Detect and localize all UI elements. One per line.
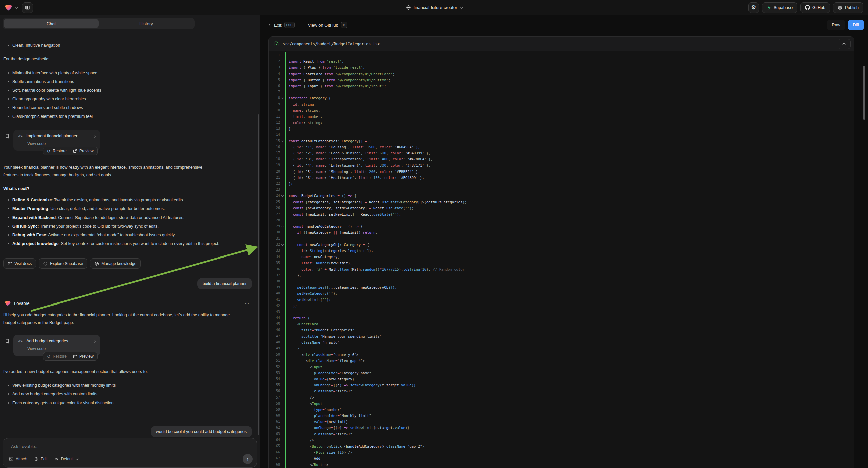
fold-toggle[interactable] bbox=[280, 223, 285, 229]
code-line: 12 color: string; bbox=[269, 119, 854, 125]
fold-toggle bbox=[280, 248, 285, 254]
list-item: Clean typography with clear hierarchies bbox=[3, 95, 255, 104]
fold-toggle bbox=[280, 382, 285, 388]
visit-docs-button[interactable]: Visit docs bbox=[3, 258, 36, 269]
fold-toggle[interactable] bbox=[280, 242, 285, 248]
line-number: 27 bbox=[269, 211, 280, 217]
restore-preview-pill: ↺ Restore Preview bbox=[43, 147, 98, 155]
chat-input[interactable] bbox=[11, 444, 212, 449]
version-card-title: Implement financial planner bbox=[26, 134, 78, 138]
code-scrollbar[interactable] bbox=[863, 66, 865, 119]
line-number: 14 bbox=[269, 131, 280, 138]
raw-toggle-button[interactable]: Raw bbox=[827, 20, 845, 30]
fold-toggle[interactable] bbox=[280, 193, 285, 199]
globe-icon bbox=[406, 5, 411, 10]
more-options-icon[interactable]: ⋯ bbox=[245, 301, 250, 306]
fold-toggle bbox=[280, 413, 285, 419]
project-switcher[interactable]: financial-future-creator bbox=[406, 5, 462, 10]
tab-chat[interactable]: Chat bbox=[4, 19, 99, 28]
chevron-down-icon bbox=[281, 243, 283, 246]
fold-toggle bbox=[280, 449, 285, 455]
code-line: 43 bbox=[269, 309, 854, 315]
code-line: 42 }; bbox=[269, 303, 854, 309]
fold-toggle bbox=[280, 462, 285, 468]
file-header[interactable]: src/components/budget/BudgetCategories.t… bbox=[269, 37, 854, 51]
code-line: 11 limit: number; bbox=[269, 114, 854, 119]
code-line: 31 bbox=[269, 236, 854, 242]
chat-scrollbar[interactable] bbox=[258, 115, 259, 435]
fold-toggle[interactable] bbox=[280, 138, 285, 144]
manage-knowledge-button[interactable]: Manage knowledge bbox=[90, 258, 141, 269]
code-lines[interactable]: 12import React from 'react';3import { Pl… bbox=[269, 51, 854, 468]
edit-button[interactable]: Edit bbox=[34, 457, 48, 461]
github-button[interactable]: GitHub bbox=[800, 2, 830, 13]
bookmark-icon[interactable] bbox=[5, 134, 10, 151]
chevron-right-icon[interactable] bbox=[93, 340, 96, 343]
view-code-link[interactable]: View code bbox=[27, 141, 95, 146]
fold-toggle bbox=[280, 401, 285, 407]
bookmark-icon[interactable] bbox=[5, 339, 10, 356]
toggle-sidebar-button[interactable] bbox=[22, 2, 33, 13]
line-number: 37 bbox=[269, 272, 280, 278]
chevron-down-icon bbox=[76, 457, 78, 460]
code-line: 59 type="number" bbox=[269, 407, 854, 413]
fold-toggle bbox=[280, 89, 285, 95]
code-line: 13} bbox=[269, 125, 854, 131]
line-number: 1 bbox=[269, 52, 280, 58]
fold-toggle bbox=[280, 431, 285, 437]
assistant-help-message: I'll help you add budget categories to t… bbox=[3, 311, 238, 327]
code-brackets-icon: <> bbox=[18, 339, 23, 344]
chat-scroll-area[interactable]: Clean, intuitive navigation For the desi… bbox=[0, 32, 260, 451]
code-line: 17 { id: '2', name: 'Food & Dining', lim… bbox=[269, 150, 854, 156]
restore-button[interactable]: ↺ Restore bbox=[47, 149, 67, 153]
restore-button[interactable]: ↺ Restore bbox=[47, 354, 67, 358]
view-on-github-button[interactable]: View on GitHub G bbox=[308, 22, 347, 28]
lovable-heart-icon bbox=[5, 300, 11, 306]
fold-toggle bbox=[280, 340, 285, 346]
send-button[interactable]: ↑ bbox=[243, 454, 253, 464]
diff-toggle-button[interactable]: Diff bbox=[847, 20, 864, 30]
line-number: 59 bbox=[269, 407, 280, 413]
mode-select[interactable]: Default bbox=[54, 457, 78, 461]
lovable-logo-icon[interactable] bbox=[5, 4, 12, 11]
line-number: 2 bbox=[269, 58, 280, 64]
line-number: 50 bbox=[269, 351, 280, 357]
code-line: 8interface Category { bbox=[269, 95, 854, 101]
exit-button[interactable]: Exit ESC bbox=[269, 22, 294, 28]
code-line: 22]; bbox=[269, 181, 854, 187]
fold-toggle bbox=[280, 175, 285, 181]
view-code-link[interactable]: View code bbox=[27, 347, 95, 351]
supabase-button[interactable]: Supabase bbox=[762, 2, 797, 13]
fold-toggle bbox=[280, 199, 285, 205]
code-line: 48 className="h-auto" bbox=[269, 340, 854, 346]
code-line: 38 bbox=[269, 278, 854, 284]
settings-button[interactable]: ⚙ bbox=[748, 2, 759, 13]
collapse-file-button[interactable] bbox=[838, 39, 850, 49]
chevron-right-icon[interactable] bbox=[93, 134, 96, 138]
code-line: 21 { id: '6', name: 'Healthcare', limit:… bbox=[269, 175, 854, 181]
fold-toggle bbox=[280, 394, 285, 401]
chat-input-box[interactable]: Attach Edit Default ↑ bbox=[3, 438, 257, 468]
version-card-implement-financial-planner[interactable]: <> Implement financial planner View code… bbox=[13, 129, 100, 151]
code-line: 41 setNewLimit(''); bbox=[269, 297, 854, 303]
whats-next-list: Refine & Customize: Tweak the design, an… bbox=[3, 196, 255, 248]
preview-button[interactable]: Preview bbox=[73, 354, 94, 358]
publish-button[interactable]: Publish bbox=[833, 2, 863, 13]
explore-supabase-button[interactable]: Explore Supabase bbox=[39, 258, 87, 269]
line-number: 24 bbox=[269, 193, 280, 199]
line-number: 40 bbox=[269, 290, 280, 296]
list-item: Debug with Ease: Activate our experiment… bbox=[3, 231, 255, 239]
fold-toggle[interactable] bbox=[280, 95, 285, 101]
external-link-icon bbox=[73, 149, 77, 153]
version-card-add-budget-categories[interactable]: <> Add budget categories View code ↺ Res… bbox=[13, 335, 100, 356]
chevron-down-icon bbox=[281, 225, 283, 227]
line-number: 6 bbox=[269, 83, 280, 89]
line-number: 43 bbox=[269, 309, 280, 315]
list-item: Rounded corners and subtle shadows bbox=[3, 104, 255, 112]
attach-button[interactable]: Attach bbox=[9, 457, 27, 461]
line-number: 41 bbox=[269, 297, 280, 303]
preview-button[interactable]: Preview bbox=[73, 149, 94, 153]
workspace-chevron-down-icon[interactable] bbox=[15, 5, 19, 9]
fold-toggle bbox=[280, 455, 285, 461]
tab-history[interactable]: History bbox=[99, 19, 194, 28]
